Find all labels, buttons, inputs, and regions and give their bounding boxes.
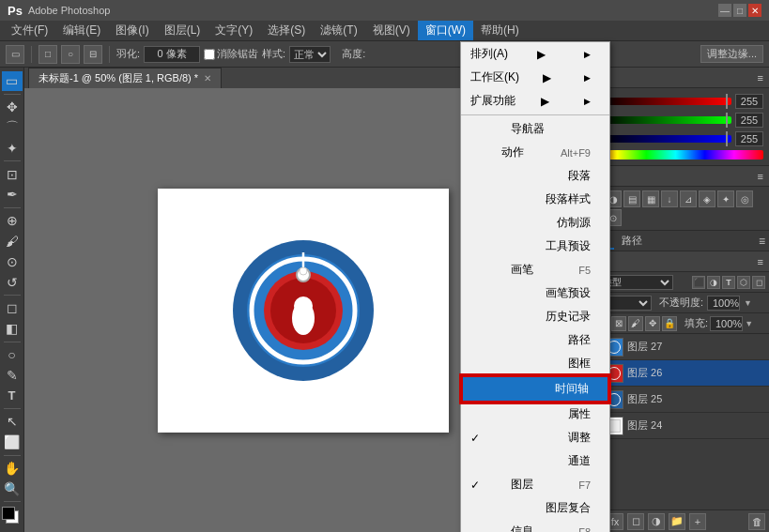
antialias-checkbox[interactable]	[204, 49, 215, 60]
menu-window[interactable]: 窗口(W)	[418, 21, 473, 40]
adj-icon-levels[interactable]: ▦	[642, 190, 659, 207]
color-panel-options-icon[interactable]: ≡	[758, 72, 763, 84]
layer-group-button[interactable]: 📁	[669, 513, 685, 530]
layer-adj-button[interactable]: ◑	[648, 513, 665, 530]
options-square[interactable]: □	[38, 45, 57, 64]
lock-all-icon[interactable]: 🔒	[662, 316, 677, 331]
tool-eraser[interactable]: ◻	[2, 298, 23, 318]
b-value[interactable]	[735, 131, 763, 146]
g-value[interactable]	[735, 113, 763, 128]
menu-extensions[interactable]: 扩展功能 ▶	[461, 89, 609, 113]
menu-layers[interactable]: ✓ 图层 F7	[461, 473, 609, 496]
menu-timeline[interactable]: 时间轴	[461, 375, 609, 403]
menu-history[interactable]: 历史记录	[461, 305, 609, 328]
color-swatches[interactable]	[2, 507, 23, 526]
canvas-tab-close[interactable]: ✕	[204, 73, 211, 84]
tool-lasso[interactable]: ⌒	[2, 118, 23, 138]
tool-marquee[interactable]: ▭	[2, 71, 23, 91]
g-slider[interactable]	[599, 116, 731, 124]
menu-info[interactable]: 信息 F8	[461, 520, 609, 532]
options-rowsel[interactable]: ⊟	[84, 45, 102, 64]
menu-adjustments[interactable]: ✓ 调整	[461, 426, 609, 449]
color-spectrum[interactable]	[588, 150, 763, 160]
layer-mask-button[interactable]: ◻	[627, 513, 644, 530]
adj-icon-gradient-map[interactable]: ▤	[623, 190, 640, 207]
menu-brush[interactable]: 画笔 F5	[461, 258, 609, 281]
adj-icon-saturation[interactable]: ◎	[736, 190, 753, 207]
menu-paragraph[interactable]: 段落	[461, 164, 609, 188]
lock-brush-icon[interactable]: 🖌	[628, 316, 643, 331]
tool-dodge[interactable]: ○	[2, 345, 23, 365]
adj-icon-arrow-down[interactable]: ↓	[661, 190, 678, 207]
style-select[interactable]: 正常	[289, 46, 331, 63]
menu-clone-source[interactable]: 仿制源	[461, 211, 609, 235]
tool-path-select[interactable]: ↖	[2, 412, 23, 432]
menu-file[interactable]: 文件(F)	[4, 21, 55, 40]
tool-text[interactable]: T	[2, 386, 23, 405]
r-slider[interactable]	[599, 98, 731, 105]
filter-text-icon[interactable]: T	[722, 276, 735, 289]
opacity-input[interactable]	[707, 296, 740, 311]
menu-edit[interactable]: 编辑(E)	[55, 21, 108, 40]
tool-zoom[interactable]: 🔍	[2, 479, 23, 498]
menu-paragraph-styles[interactable]: 段落样式	[461, 188, 609, 211]
tool-eyedropper[interactable]: ✒	[2, 185, 23, 205]
marquee-rect-tool[interactable]: ▭	[6, 45, 24, 64]
menu-actions[interactable]: 动作 Alt+F9	[461, 141, 609, 164]
menu-paths[interactable]: 路径	[461, 328, 609, 352]
menu-tool-presets[interactable]: 工具预设	[461, 235, 609, 258]
tool-pen[interactable]: ✎	[2, 365, 23, 385]
fill-arrow[interactable]: ▼	[745, 319, 753, 328]
adj-icon-hue[interactable]: ◈	[699, 190, 715, 207]
filter-pixel-icon[interactable]: ⬛	[692, 276, 705, 289]
filter-shape-icon[interactable]: ⬡	[737, 276, 750, 289]
adj-icon-color-balance[interactable]: ⊿	[680, 190, 697, 207]
tool-crop[interactable]: ⊡	[2, 164, 23, 184]
minimize-button[interactable]: —	[718, 4, 731, 17]
r-value[interactable]	[735, 94, 763, 109]
tab-paths[interactable]: 路径	[618, 233, 646, 249]
menu-arrange[interactable]: 排列(A) ▶	[461, 42, 609, 66]
channel-panel-options[interactable]: ≡	[759, 235, 765, 248]
tool-gradient[interactable]: ◧	[2, 319, 23, 339]
menu-frame[interactable]: 图框	[461, 352, 609, 375]
tool-hand[interactable]: ✋	[2, 459, 23, 479]
menu-layer[interactable]: 图层(L)	[157, 21, 208, 40]
opacity-arrow[interactable]: ▼	[744, 298, 752, 308]
styles-panel-options[interactable]: ≡	[758, 171, 763, 182]
menu-navigator[interactable]: 导航器	[461, 117, 609, 141]
filter-adj-icon[interactable]: ◑	[707, 276, 720, 289]
tool-clone[interactable]: ⊙	[2, 251, 23, 271]
adjust-edge-button[interactable]: 调整边缘...	[700, 45, 763, 63]
fill-input[interactable]	[710, 316, 743, 331]
b-slider[interactable]	[599, 135, 731, 143]
menu-select[interactable]: 选择(S)	[260, 21, 313, 40]
tool-move[interactable]: ✥	[2, 98, 23, 117]
layers-panel-options[interactable]: ≡	[758, 256, 763, 267]
menu-channels[interactable]: 通道	[461, 449, 609, 473]
menu-help[interactable]: 帮助(H)	[473, 21, 527, 40]
menu-filter[interactable]: 滤镜(T)	[313, 21, 364, 40]
menu-brush-presets[interactable]: 画笔预设	[461, 281, 609, 305]
tool-magic-wand[interactable]: ✦	[2, 138, 23, 158]
layer-delete-button[interactable]: 🗑	[748, 513, 765, 530]
tool-spot-heal[interactable]: ⊕	[2, 211, 23, 231]
lock-transparent-icon[interactable]: ⊠	[611, 316, 626, 331]
filter-smart-icon[interactable]: ◻	[752, 276, 765, 289]
menu-layer-comps[interactable]: 图层复合	[461, 496, 609, 520]
feather-input[interactable]	[144, 46, 200, 63]
tool-history-brush[interactable]: ↺	[2, 272, 23, 292]
lock-move-icon[interactable]: ✥	[645, 316, 660, 331]
canvas-tab-active[interactable]: 未标题-1 @ 50% (图层 1, RGB/8) * ✕	[28, 68, 222, 88]
menu-image[interactable]: 图像(I)	[108, 21, 156, 40]
menu-workspace[interactable]: 工作区(K) ▶	[461, 66, 609, 89]
close-button[interactable]: ✕	[748, 4, 761, 17]
menu-properties[interactable]: 属性	[461, 403, 609, 426]
menu-text[interactable]: 文字(Y)	[208, 21, 260, 40]
tool-shape[interactable]: ⬜	[2, 433, 23, 452]
menu-view[interactable]: 视图(V)	[365, 21, 418, 40]
options-circle[interactable]: ○	[61, 45, 80, 64]
adj-icon-vibrance[interactable]: ✦	[717, 190, 734, 207]
tool-brush[interactable]: 🖌	[2, 232, 23, 251]
layer-new-button[interactable]: +	[689, 513, 706, 530]
